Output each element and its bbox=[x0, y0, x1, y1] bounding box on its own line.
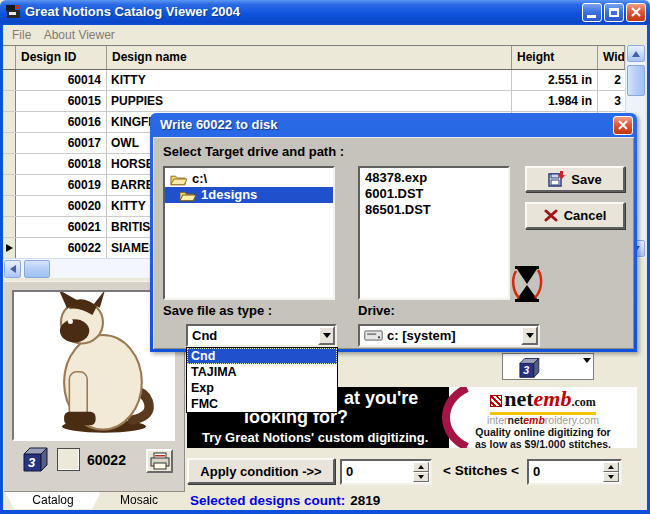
stitches-max-value[interactable]: 0 bbox=[533, 464, 540, 479]
drive-dropdown-button[interactable] bbox=[521, 326, 538, 345]
rating-cube-icon: 3 bbox=[517, 356, 540, 379]
header-design-name[interactable]: Design name bbox=[107, 46, 512, 69]
selected-count-label: Selected designs count: bbox=[190, 493, 345, 508]
stitches-max-spinner[interactable]: 0 bbox=[527, 459, 622, 485]
tab-mosaic[interactable]: Mosaic bbox=[99, 492, 179, 509]
logo-hatch-icon bbox=[490, 395, 502, 407]
spin-down-button[interactable] bbox=[603, 472, 619, 482]
scroll-left-button[interactable] bbox=[4, 260, 21, 278]
close-icon bbox=[627, 4, 645, 21]
dropdown-option[interactable]: FMC bbox=[187, 396, 337, 412]
row-selector[interactable] bbox=[3, 217, 16, 237]
table-row[interactable]: 60015PUPPIES1.984 in3 bbox=[3, 91, 625, 112]
spin-up-button[interactable] bbox=[413, 462, 429, 472]
header-height[interactable]: Height bbox=[512, 46, 598, 69]
table-header: Design ID Design name Height Width bbox=[3, 46, 625, 70]
horizontal-scroll-thumb[interactable] bbox=[24, 260, 50, 278]
dropdown-option[interactable]: Exp bbox=[187, 380, 337, 396]
selected-count-value: 2819 bbox=[350, 493, 380, 508]
stitches-range-label: < Stitches < bbox=[443, 463, 519, 478]
apply-condition-button[interactable]: Apply condition ->> bbox=[187, 458, 335, 484]
cancel-button[interactable]: Cancel bbox=[525, 202, 625, 229]
dir-item-selected[interactable]: 1designs bbox=[165, 187, 333, 203]
spin-down-button[interactable] bbox=[413, 472, 429, 482]
down-arrow-icon bbox=[608, 475, 614, 479]
print-button[interactable] bbox=[146, 449, 173, 473]
menu-file[interactable]: File bbox=[12, 25, 31, 45]
menu-about-viewer[interactable]: About Viewer bbox=[44, 25, 115, 45]
dropdown-option[interactable]: TAJIMA bbox=[187, 364, 337, 380]
dialog-close-button[interactable] bbox=[613, 116, 633, 135]
target-path-label: Select Target drive and path : bbox=[163, 144, 344, 159]
dropdown-option-selected[interactable]: Cnd bbox=[187, 348, 337, 364]
table-row[interactable]: 60014KITTY2.551 in2 bbox=[3, 70, 625, 91]
svg-text:3: 3 bbox=[523, 364, 529, 376]
dialog-title: Write 60022 to disk bbox=[160, 117, 278, 132]
header-selector bbox=[3, 46, 16, 69]
file-item[interactable]: 86501.DST bbox=[360, 202, 508, 218]
row-selector[interactable] bbox=[3, 196, 16, 216]
drive-label: Drive: bbox=[358, 303, 395, 318]
file-listbox[interactable]: 48378.exp 6001.DST 86501.DST bbox=[358, 166, 510, 300]
row-selector-current[interactable] bbox=[3, 238, 16, 258]
app-icon bbox=[5, 4, 22, 20]
hourglass-icon bbox=[510, 265, 544, 303]
drive-combobox[interactable]: c: [system] bbox=[358, 324, 540, 347]
down-arrow-icon bbox=[418, 475, 424, 479]
minimize-button[interactable] bbox=[582, 3, 602, 22]
filetype-combobox[interactable]: Cnd bbox=[186, 324, 337, 347]
header-width[interactable]: Width bbox=[598, 46, 625, 69]
printer-icon bbox=[150, 452, 170, 470]
rating-filter-combobox[interactable]: 3 bbox=[502, 353, 594, 380]
filetype-label: Save file as type : bbox=[163, 303, 272, 318]
tab-catalog[interactable]: Catalog bbox=[5, 492, 101, 509]
svg-text:3: 3 bbox=[28, 455, 36, 470]
window-border-left bbox=[0, 25, 3, 510]
banner-arc-graphic bbox=[431, 387, 473, 448]
window-title: Great Notions Catalog Viewer 2004 bbox=[25, 4, 240, 19]
stitches-min-value[interactable]: 0 bbox=[346, 464, 353, 479]
row-selector[interactable] bbox=[3, 91, 16, 111]
save-floppy-icon bbox=[548, 171, 565, 187]
write-to-disk-dialog: Write 60022 to disk Select Target drive … bbox=[150, 113, 637, 352]
file-item[interactable]: 48378.exp bbox=[360, 170, 508, 186]
drive-icon bbox=[364, 330, 383, 341]
maximize-button[interactable] bbox=[604, 3, 624, 22]
dir-item-root[interactable]: c:\ bbox=[165, 171, 333, 187]
window-titlebar[interactable]: Great Notions Catalog Viewer 2004 bbox=[0, 0, 650, 25]
stitches-min-spinner[interactable]: 0 bbox=[340, 459, 432, 485]
chevron-down-icon bbox=[526, 333, 534, 338]
minimize-icon bbox=[587, 15, 596, 18]
header-design-id[interactable]: Design ID bbox=[16, 46, 107, 69]
directory-listbox[interactable]: c:\ 1designs bbox=[163, 166, 335, 300]
maximize-icon bbox=[609, 8, 619, 17]
vertical-scroll-thumb[interactable] bbox=[627, 65, 645, 96]
menu-bar: File About Viewer bbox=[3, 25, 647, 45]
row-selector[interactable] bbox=[3, 175, 16, 195]
cancel-x-icon bbox=[544, 209, 558, 222]
open-folder-icon bbox=[179, 189, 196, 202]
row-selector[interactable] bbox=[3, 112, 16, 132]
banner-tagline-2: as low as $9/1,000 stitches. bbox=[449, 438, 637, 448]
drive-value: c: [system] bbox=[387, 328, 456, 343]
row-selector[interactable] bbox=[3, 70, 16, 90]
rating-cube-icon: 3 bbox=[21, 445, 48, 473]
left-arrow-icon bbox=[10, 265, 16, 273]
row-selector[interactable] bbox=[3, 133, 16, 153]
banner-right: netemb.com internetembroidery.com Qualit… bbox=[449, 387, 637, 448]
file-item[interactable]: 6001.DST bbox=[360, 186, 508, 202]
save-button[interactable]: Save bbox=[525, 166, 625, 192]
spin-up-button[interactable] bbox=[603, 462, 619, 472]
window-border-bottom bbox=[0, 510, 650, 514]
filetype-dropdown-list: Cnd TAJIMA Exp FMC bbox=[186, 347, 338, 413]
current-row-marker-icon bbox=[6, 244, 13, 252]
filetype-dropdown-button[interactable] bbox=[318, 326, 335, 345]
chevron-down-icon bbox=[323, 333, 331, 338]
row-selector[interactable] bbox=[3, 154, 16, 174]
design-select-checkbox[interactable] bbox=[57, 448, 80, 471]
up-arrow-icon bbox=[632, 51, 640, 57]
netemb-logo: netemb.com bbox=[490, 389, 596, 415]
up-arrow-icon bbox=[418, 465, 424, 469]
scroll-up-button[interactable] bbox=[627, 45, 645, 62]
close-button[interactable] bbox=[626, 3, 646, 22]
